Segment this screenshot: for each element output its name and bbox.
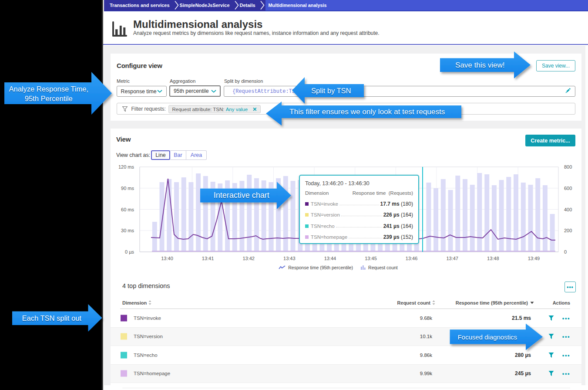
svg-text:13:40: 13:40	[161, 256, 173, 261]
svg-text:13:44: 13:44	[324, 256, 336, 261]
svg-text:400: 400	[564, 207, 572, 212]
svg-text:200: 200	[564, 228, 572, 233]
svg-text:13:48: 13:48	[487, 256, 499, 261]
svg-text:800: 800	[564, 164, 572, 170]
svg-text:13:43: 13:43	[283, 256, 296, 261]
svg-text:13:42: 13:42	[242, 256, 255, 261]
svg-text:600: 600	[564, 186, 572, 191]
svg-text:30 ms: 30 ms	[121, 228, 134, 233]
svg-text:13:46: 13:46	[406, 256, 418, 261]
svg-text:Each TSN split out: Each TSN split out	[22, 315, 82, 323]
svg-text:13:47: 13:47	[446, 256, 458, 261]
svg-text:Each TSN split out: Each TSN split out	[22, 314, 82, 322]
svg-text:13:49: 13:49	[528, 256, 540, 261]
svg-text:0 µs: 0 µs	[125, 249, 134, 254]
svg-text:90 ms: 90 ms	[121, 186, 134, 191]
svg-text:13:41: 13:41	[202, 256, 214, 261]
svg-text:13:45: 13:45	[365, 256, 377, 261]
svg-text:0: 0	[564, 249, 567, 254]
svg-text:60 ms: 60 ms	[121, 207, 134, 212]
svg-text:120 ms: 120 ms	[118, 164, 134, 170]
